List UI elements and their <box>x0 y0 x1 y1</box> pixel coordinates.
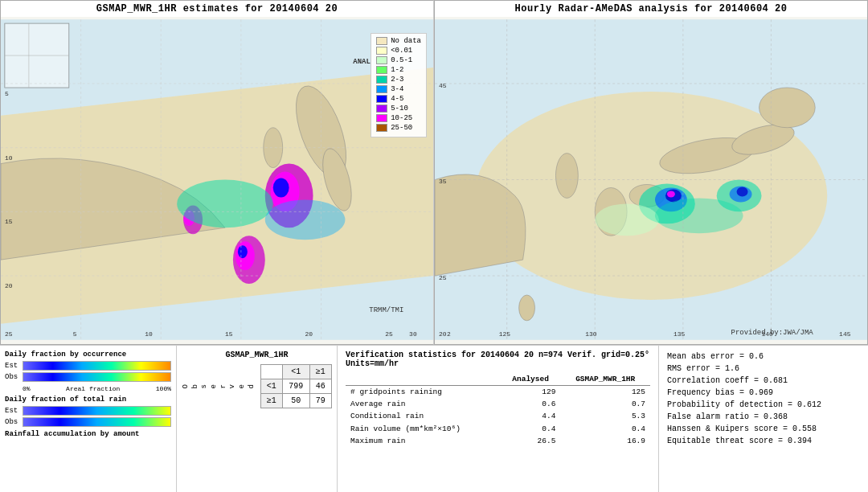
stats-row: Daily fraction by occurrence Est Obs 0% … <box>0 346 868 492</box>
verif-header: Analysed GSMAP_MWR_1HR <box>346 373 650 386</box>
left-map-canvas: 5 10 15 20 25 5 10 15 20 25 30 ANAL TRMM… <box>1 17 433 342</box>
legend-label-lt001: <0.01 <box>391 47 412 55</box>
axis-areal: Areal fraction <box>66 385 120 392</box>
verif-label-0: # gridpoints raining <box>346 386 501 398</box>
legend-label-nodata: No data <box>391 37 421 45</box>
metric-5: False alarm ratio = 0.368 <box>667 412 860 421</box>
verif-gsmap-4: 16.9 <box>560 435 650 447</box>
left-map-svg: 5 10 15 20 25 5 10 15 20 25 30 ANAL TRMM… <box>1 17 433 342</box>
svg-text:135: 135 <box>674 330 686 338</box>
contingency-row-label-lt1: <1 <box>260 379 282 394</box>
contingency-table: <1 ≥1 <1 799 46 ≥1 50 79 <box>260 364 333 408</box>
charts-panel: Daily fraction by occurrence Est Obs 0% … <box>0 346 177 492</box>
metric-7: Equitable threat score = 0.394 <box>667 437 860 445</box>
left-map-title: GSMAP_MWR_1HR estimates for 20140604 20 <box>1 1 433 17</box>
contingency-table-wrapper: <1 ≥1 <1 799 46 ≥1 50 79 <box>260 364 333 408</box>
legend-item-nodata: No data <box>376 37 421 45</box>
right-map-panel: Hourly Radar-AMeDAS analysis for 2014060… <box>434 0 868 345</box>
legend-item-lt001: <0.01 <box>376 47 421 55</box>
svg-text:30: 30 <box>409 330 417 338</box>
verif-row-4: Maximum rain 26.5 16.9 <box>346 435 650 447</box>
axis-0pct: 0% <box>23 385 31 392</box>
contingency-cell-799: 799 <box>282 379 309 394</box>
verif-analysed-4: 26.5 <box>501 435 561 447</box>
legend-item-2-3: 2-3 <box>376 76 421 84</box>
contingency-wrapper: Observed <1 ≥1 <1 799 46 <box>182 364 332 408</box>
chart-title-3: Rainfall accumulation by amount <box>5 430 171 438</box>
svg-text:130: 130 <box>585 330 597 338</box>
legend-color-2-3 <box>376 76 387 84</box>
metric-0: Mean abs error = 0.6 <box>667 352 860 361</box>
verif-col-gsmap: GSMAP_MWR_1HR <box>560 373 650 386</box>
svg-text:15: 15 <box>225 330 233 338</box>
verif-col-blank <box>346 373 501 386</box>
svg-text:25: 25 <box>385 330 393 338</box>
metric-1: RMS error = 1.6 <box>667 364 860 373</box>
est-label-2: Est <box>5 407 23 415</box>
svg-text:25: 25 <box>5 330 13 338</box>
verif-gsmap-1: 0.7 <box>560 398 650 410</box>
svg-text:45: 45 <box>439 82 447 89</box>
svg-text:145: 145 <box>839 330 851 338</box>
legend-item-05-1: 0.5-1 <box>376 56 421 64</box>
svg-text:35: 35 <box>439 178 447 185</box>
svg-point-57 <box>655 198 743 233</box>
obs-bar-2 <box>23 417 171 427</box>
svg-point-7 <box>273 178 289 198</box>
svg-text:2: 2 <box>447 330 451 338</box>
svg-point-47 <box>555 154 578 199</box>
svg-point-56 <box>595 203 659 236</box>
verif-label-2: Conditional rain <box>346 410 501 422</box>
verif-gsmap-0: 125 <box>560 386 650 398</box>
contingency-cell-79: 79 <box>309 394 331 408</box>
contingency-col-ge1: ≥1 <box>309 365 331 379</box>
verif-label-4: Maximum rain <box>346 435 501 447</box>
contingency-col-lt1: <1 <box>282 365 309 379</box>
svg-point-14 <box>265 199 346 240</box>
legend-label-2-3: 2-3 <box>391 76 403 84</box>
svg-text:TRMM/TMI: TRMM/TMI <box>369 306 403 314</box>
svg-text:ANAL: ANAL <box>353 58 371 66</box>
legend-color-lt001 <box>376 47 387 55</box>
legend-item-25-50: 25-50 <box>376 124 421 132</box>
est-label-1: Est <box>5 362 23 370</box>
legend-color-3-4 <box>376 85 387 93</box>
svg-text:10: 10 <box>145 330 153 338</box>
legend-color-10-25 <box>376 114 387 122</box>
verif-analysed-0: 129 <box>501 386 561 398</box>
verif-gsmap-2: 5.3 <box>560 410 650 422</box>
verif-title: Verification statistics for 20140604 20 … <box>346 351 650 368</box>
legend-label-10-25: 10-25 <box>391 114 412 122</box>
legend-color-4-5 <box>376 95 387 103</box>
contingency-row-lt1: <1 799 46 <box>260 379 332 394</box>
chart-title-2: Daily fraction of total rain <box>5 396 171 404</box>
legend-label-5-10: 5-10 <box>391 105 408 113</box>
contingency-panel: GSMAP_MWR_1HR Observed <1 ≥1 <1 799 46 <box>177 346 338 492</box>
legend-item-3-4: 3-4 <box>376 85 421 93</box>
svg-text:20: 20 <box>439 330 447 338</box>
svg-text:20: 20 <box>305 330 313 338</box>
verif-row-2: Conditional rain 4.4 5.3 <box>346 410 650 422</box>
verif-gsmap-3: 0.4 <box>560 422 650 435</box>
verif-label-1: Average rain <box>346 398 501 410</box>
svg-text:5: 5 <box>5 90 9 97</box>
legend-color-nodata <box>376 37 387 45</box>
legend-color-5-10 <box>376 105 387 113</box>
svg-text:10: 10 <box>5 154 13 162</box>
metrics-panel: Mean abs error = 0.6 RMS error = 1.6 Cor… <box>659 346 868 492</box>
legend-label-3-4: 3-4 <box>391 85 403 93</box>
contingency-corner <box>260 365 282 379</box>
legend-label-25-50: 25-50 <box>391 124 412 132</box>
legend-item-4-5: 4-5 <box>376 95 421 103</box>
est-bar-2 <box>23 406 171 416</box>
svg-text:20: 20 <box>5 282 13 289</box>
svg-text:15: 15 <box>5 218 13 225</box>
maps-row: GSMAP_MWR_1HR estimates for 20140604 20 <box>0 0 868 346</box>
obs-label-1: Obs <box>5 373 23 381</box>
legend-color-25-50 <box>376 124 387 132</box>
svg-point-52 <box>667 191 675 197</box>
axis-100pct: 100% <box>156 385 171 392</box>
verif-analysed-2: 4.4 <box>501 410 561 422</box>
verif-label-3: Rain volume (mm*km²×10⁶) <box>346 422 501 435</box>
contingency-cell-46: 46 <box>309 379 331 394</box>
